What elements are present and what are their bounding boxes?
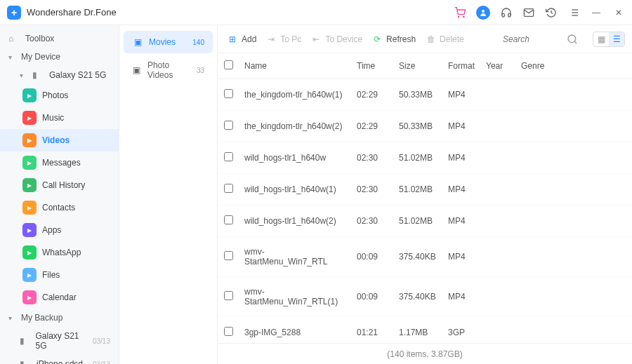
col-format[interactable]: Format: [442, 53, 480, 79]
to-pc-button[interactable]: ⇥To Pc: [263, 32, 305, 47]
list-view-button[interactable]: ☰: [609, 32, 624, 46]
cell-format: MP4: [442, 111, 480, 142]
delete-button[interactable]: 🗑Delete: [423, 32, 468, 47]
svg-point-10: [568, 35, 576, 43]
list-icon[interactable]: [567, 6, 580, 19]
cell-year: [480, 205, 515, 237]
svg-point-1: [463, 16, 464, 17]
col-size[interactable]: Size: [393, 53, 442, 79]
sidebar-item-label: Videos: [42, 135, 70, 145]
cell-year: [480, 277, 515, 317]
sidebar-item-apps[interactable]: ▸Apps: [0, 219, 119, 241]
category-icon: ▸: [22, 88, 37, 102]
headset-icon[interactable]: [500, 6, 513, 19]
cell-year: [480, 174, 515, 205]
row-checkbox[interactable]: [224, 152, 233, 161]
col-name[interactable]: Name: [239, 53, 351, 79]
view-toggle: ▦ ☰: [593, 32, 625, 47]
sidebar-item-files[interactable]: ▸Files: [0, 264, 119, 286]
col-year[interactable]: Year: [480, 53, 515, 79]
grid-view-button[interactable]: ▦: [593, 32, 609, 46]
file-table[interactable]: Name Time Size Format Year Genre the_kin…: [218, 53, 632, 343]
sidebar-label: My Device: [21, 52, 60, 62]
row-checkbox[interactable]: [224, 251, 233, 260]
chevron-down-icon: ▾: [20, 72, 27, 79]
trash-icon: 🗑: [427, 34, 437, 44]
status-text: (140 items, 3.87GB): [387, 349, 462, 359]
sidebar-item-videos[interactable]: ▸Videos: [0, 129, 119, 151]
cell-format: 3GP: [442, 317, 480, 344]
table-row[interactable]: wmv-StartMenu_Win7_RTL(1) 00:09 375.40KB…: [218, 277, 632, 317]
col-time[interactable]: Time: [351, 53, 393, 79]
select-all-checkbox[interactable]: [224, 60, 233, 69]
minimize-icon[interactable]: —: [590, 6, 603, 19]
sidebar-item-contacts[interactable]: ▸Contacts: [0, 196, 119, 219]
sidebar-item-whatsapp[interactable]: ▸WhatsApp: [0, 241, 119, 264]
backup-item[interactable]: ▮iPhone sdsd03/13: [0, 355, 119, 364]
cell-time: 02:29: [351, 111, 393, 142]
sidebar-item-music[interactable]: ▸Music: [0, 107, 119, 129]
add-button[interactable]: ⊞Add: [225, 32, 261, 47]
cell-genre: [515, 174, 632, 205]
category-label: Movies: [149, 37, 176, 47]
user-icon[interactable]: [476, 6, 490, 20]
sidebar-item-label: Contacts: [42, 203, 75, 213]
col-genre[interactable]: Genre: [515, 53, 632, 79]
mail-icon[interactable]: [522, 6, 535, 19]
search-input[interactable]: [503, 34, 559, 44]
backup-name: iPhone sdsd: [37, 359, 83, 364]
row-checkbox[interactable]: [224, 184, 233, 193]
sidebar-item-call-history[interactable]: ▸Call History: [0, 174, 119, 196]
to-device-button[interactable]: ⇤To Device: [308, 32, 367, 47]
cell-size: 51.02MB: [393, 142, 442, 174]
refresh-icon: ⟳: [374, 34, 383, 44]
cell-size: 51.02MB: [393, 174, 442, 205]
sidebar-item-calendar[interactable]: ▸Calendar: [0, 286, 119, 309]
cell-time: 01:21: [351, 317, 393, 344]
sidebar-item-messages[interactable]: ▸Messages: [0, 151, 119, 174]
row-checkbox[interactable]: [224, 327, 233, 336]
sidebar-item-label: WhatsApp: [42, 248, 81, 257]
table-row[interactable]: the_kingdom-tlr_h640w(1) 02:29 50.33MB M…: [218, 79, 632, 111]
category-icon: ▸: [22, 201, 37, 215]
sidebar-item-label: Files: [42, 270, 60, 280]
search-icon[interactable]: [566, 33, 579, 46]
sidebar-item-label: Photos: [42, 90, 68, 100]
refresh-button[interactable]: ⟳Refresh: [369, 32, 420, 47]
sidebar-item-label: Calendar: [42, 292, 77, 302]
category-tab-movies[interactable]: ▣Movies140: [124, 31, 213, 53]
sidebar-item-photos[interactable]: ▸Photos: [0, 84, 119, 107]
row-checkbox[interactable]: [224, 215, 233, 224]
close-icon[interactable]: ✕: [612, 6, 625, 19]
sidebar-toolbox[interactable]: ⌂ Toolbox: [0, 29, 119, 48]
row-checkbox[interactable]: [224, 121, 233, 130]
table-row[interactable]: wmv-StartMenu_Win7_RTL 00:09 375.40KB MP…: [218, 237, 632, 277]
table-row[interactable]: wild_hogs-tlr1_h640w(1) 02:30 51.02MB MP…: [218, 174, 632, 205]
table-row[interactable]: wild_hogs-tlr1_h640w 02:30 51.02MB MP4: [218, 142, 632, 174]
cell-name: wmv-StartMenu_Win7_RTL(1): [239, 277, 351, 317]
cell-genre: [515, 277, 632, 317]
sidebar-label: My Backup: [21, 313, 62, 323]
backup-item[interactable]: ▮Galaxy S21 5G03/13: [0, 327, 119, 355]
svg-point-2: [482, 10, 485, 13]
sidebar-item-label: Call History: [42, 180, 85, 190]
category-tab-photo-videos[interactable]: ▣Photo Videos33: [124, 55, 213, 86]
sidebar-mydevice[interactable]: ▾ My Device: [0, 48, 119, 66]
row-checkbox[interactable]: [224, 89, 233, 98]
cart-icon[interactable]: [454, 6, 466, 19]
backup-date: 03/13: [93, 337, 110, 345]
cell-size: 50.33MB: [393, 79, 442, 111]
table-row[interactable]: the_kingdom-tlr_h640w(2) 02:29 50.33MB M…: [218, 111, 632, 142]
cell-genre: [515, 111, 632, 142]
table-row[interactable]: 3gp-IMG_5288 01:21 1.17MB 3GP: [218, 317, 632, 344]
category-icon: ▸: [22, 268, 37, 282]
toolbar: ⊞Add ⇥To Pc ⇤To Device ⟳Refresh 🗑Delete …: [218, 25, 632, 53]
table-row[interactable]: wild_hogs-tlr1_h640w(2) 02:30 51.02MB MP…: [218, 205, 632, 237]
row-checkbox[interactable]: [224, 291, 233, 300]
app-title: Wondershare Dr.Fone: [27, 7, 117, 18]
sidebar-device[interactable]: ▾ ▮ Galaxy S21 5G: [0, 66, 119, 84]
sidebar-mybackup[interactable]: ▾ My Backup: [0, 309, 119, 327]
backup-date: 03/13: [93, 360, 110, 365]
table-header-row: Name Time Size Format Year Genre: [218, 53, 632, 79]
history-icon[interactable]: [545, 6, 558, 19]
